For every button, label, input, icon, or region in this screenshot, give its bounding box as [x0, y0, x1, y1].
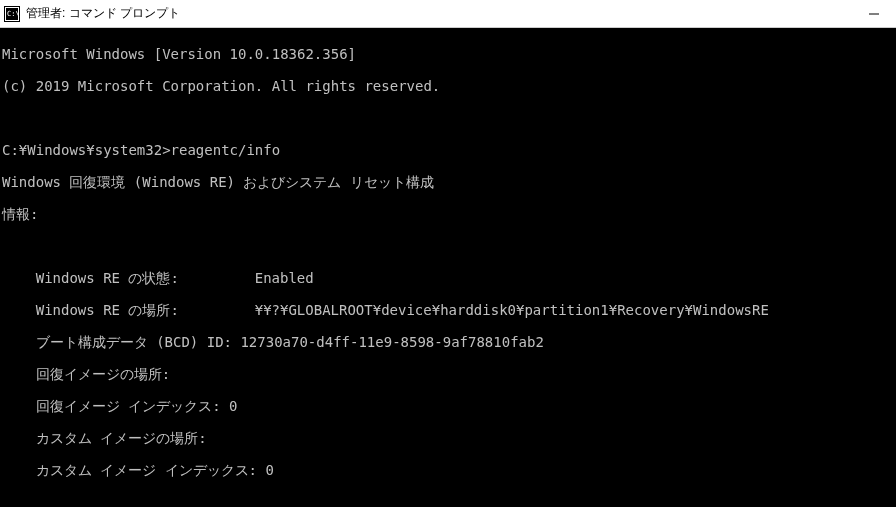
svg-text:C:\: C:\: [7, 10, 20, 18]
cmd-icon: C:\: [4, 6, 20, 22]
output-line: 回復イメージの場所:: [2, 366, 894, 382]
output-line: Windows RE の場所: ¥¥?¥GLOBALROOT¥device¥ha…: [2, 302, 894, 318]
output-line: [2, 238, 894, 254]
output-line: Windows RE の状態: Enabled: [2, 270, 894, 286]
output-line: ブート構成データ (BCD) ID: 12730a70-d4ff-11e9-85…: [2, 334, 894, 350]
output-line: Microsoft Windows [Version 10.0.18362.35…: [2, 46, 894, 62]
titlebar: C:\ 管理者: コマンド プロンプト: [0, 0, 896, 28]
minimize-button[interactable]: [852, 0, 896, 28]
output-line: カスタム イメージ インデックス: 0: [2, 462, 894, 478]
output-line: (c) 2019 Microsoft Corporation. All righ…: [2, 78, 894, 94]
window-controls: [852, 0, 896, 27]
command-line: C:¥Windows¥system32>reagentc/info: [2, 142, 894, 158]
output-line: [2, 110, 894, 126]
output-line: Windows 回復環境 (Windows RE) およびシステム リセット構成: [2, 174, 894, 190]
output-line: 回復イメージ インデックス: 0: [2, 398, 894, 414]
output-line: 情報:: [2, 206, 894, 222]
terminal-output[interactable]: Microsoft Windows [Version 10.0.18362.35…: [0, 28, 896, 507]
output-line: カスタム イメージの場所:: [2, 430, 894, 446]
output-line: [2, 494, 894, 507]
window-title: 管理者: コマンド プロンプト: [26, 5, 180, 22]
